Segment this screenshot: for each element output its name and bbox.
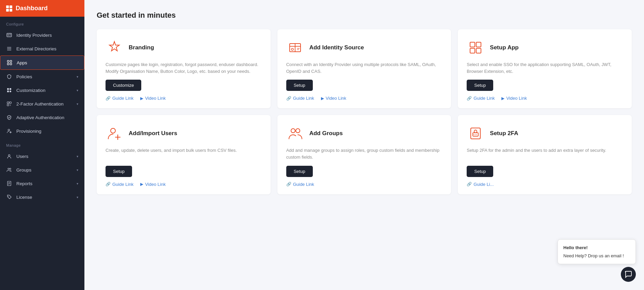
page-title: Get started in minutes bbox=[97, 11, 632, 20]
svg-point-33 bbox=[291, 48, 293, 50]
sidebar-item-provisioning[interactable]: Provisioning bbox=[0, 124, 84, 138]
svg-rect-12 bbox=[10, 88, 11, 90]
card-add-groups-title: Add Groups bbox=[309, 130, 343, 137]
cards-grid: Branding Customize pages like login, reg… bbox=[97, 29, 632, 194]
card-setup-app-desc: Select and enable SSO for the applicatio… bbox=[467, 61, 623, 75]
sidebar-item-apps[interactable]: Apps bbox=[0, 55, 84, 70]
sidebar-item-customization[interactable]: Customization ▾ bbox=[0, 83, 84, 97]
svg-point-14 bbox=[10, 91, 11, 92]
svg-rect-9 bbox=[7, 63, 9, 65]
sidebar-item-users[interactable]: Users ▾ bbox=[0, 149, 84, 163]
svg-rect-8 bbox=[10, 61, 12, 62]
identity-source-setup-button[interactable]: Setup bbox=[286, 80, 313, 91]
card-setup-2fa-desc: Setup 2FA for the admin and the users to… bbox=[467, 147, 623, 161]
svg-point-19 bbox=[8, 129, 10, 131]
svg-point-47 bbox=[474, 130, 477, 133]
branding-video-link[interactable]: ▶ Video Link bbox=[140, 96, 165, 101]
svg-rect-11 bbox=[7, 88, 9, 90]
sidebar-item-adaptive-auth[interactable]: Adaptive Authentication bbox=[0, 111, 84, 124]
sidebar-item-label: External Directories bbox=[16, 46, 57, 51]
sidebar-item-label: Groups bbox=[16, 167, 31, 173]
add-users-icon bbox=[106, 125, 123, 142]
add-groups-guide-link[interactable]: 🔗 Guide Link bbox=[286, 182, 314, 187]
svg-rect-10 bbox=[10, 63, 12, 65]
card-users-header: Add/Import Users bbox=[106, 125, 262, 142]
card-add-groups-desc: Add and manage groups to assign roles, g… bbox=[286, 147, 442, 161]
sidebar-item-label: Policies bbox=[16, 74, 32, 79]
sidebar-item-reports[interactable]: Reports ▾ bbox=[0, 177, 84, 190]
external-link-icon: 🔗 bbox=[286, 96, 291, 101]
sidebar-item-label: Identity Providers bbox=[16, 33, 52, 38]
card-identity-source-links: 🔗 Guide Link ▶ Video Link bbox=[286, 96, 442, 101]
chevron-down-icon: ▾ bbox=[77, 168, 78, 172]
tag-icon bbox=[6, 194, 12, 200]
brand-label: Dashboard bbox=[16, 5, 48, 12]
card-2fa-header: Setup 2FA bbox=[467, 125, 623, 142]
add-groups-setup-button[interactable]: Setup bbox=[286, 166, 313, 177]
svg-rect-7 bbox=[7, 61, 9, 62]
setup-2fa-icon bbox=[467, 125, 484, 142]
play-icon: ▶ bbox=[140, 182, 143, 187]
play-icon: ▶ bbox=[321, 96, 324, 101]
setup-app-button[interactable]: Setup bbox=[467, 80, 493, 91]
card-identity-source-desc: Connect with an Identity Provider using … bbox=[286, 61, 442, 75]
svg-rect-45 bbox=[471, 128, 480, 139]
svg-rect-13 bbox=[7, 91, 9, 92]
identity-source-guide-link[interactable]: 🔗 Guide Link bbox=[286, 96, 314, 101]
sidebar-item-policies[interactable]: Policies ▾ bbox=[0, 70, 84, 83]
chevron-down-icon: ▾ bbox=[77, 75, 78, 79]
svg-point-44 bbox=[296, 129, 300, 133]
card-branding-links: 🔗 Guide Link ▶ Video Link bbox=[106, 96, 262, 101]
svg-point-1 bbox=[8, 34, 9, 35]
sidebar-item-label: Users bbox=[16, 154, 28, 159]
branding-guide-link[interactable]: 🔗 Guide Link bbox=[106, 96, 133, 101]
branding-icon bbox=[106, 39, 123, 57]
identity-source-video-link[interactable]: ▶ Video Link bbox=[321, 96, 346, 101]
add-users-video-link[interactable]: ▶ Video Link bbox=[140, 182, 165, 187]
section-manage: Manage bbox=[0, 138, 84, 149]
svg-point-22 bbox=[9, 155, 10, 156]
hash-icon: 3 bbox=[6, 101, 12, 107]
external-link-icon: 🔗 bbox=[467, 96, 472, 101]
svg-rect-15 bbox=[7, 102, 9, 103]
sidebar: Dashboard Configure Identity Providers E… bbox=[0, 0, 84, 290]
branding-customize-button[interactable]: Customize bbox=[106, 80, 141, 91]
setup-2fa-guide-link[interactable]: 🔗 Guide Li... bbox=[467, 182, 494, 187]
sidebar-item-identity-providers[interactable]: Identity Providers bbox=[0, 28, 84, 42]
external-link-icon: 🔗 bbox=[286, 182, 291, 187]
svg-rect-17 bbox=[7, 104, 9, 106]
people-icon bbox=[6, 167, 12, 173]
dashboard-icon bbox=[6, 5, 12, 12]
add-users-setup-button[interactable]: Setup bbox=[106, 166, 132, 177]
sidebar-brand[interactable]: Dashboard bbox=[0, 0, 84, 17]
sidebar-item-license[interactable]: License ▾ bbox=[0, 190, 84, 204]
add-users-guide-link[interactable]: 🔗 Guide Link bbox=[106, 182, 133, 187]
sidebar-item-external-directories[interactable]: External Directories bbox=[0, 42, 84, 55]
chat-open-button[interactable] bbox=[621, 267, 636, 282]
setup-2fa-button[interactable]: Setup bbox=[467, 166, 493, 177]
chevron-down-icon: ▾ bbox=[77, 182, 78, 186]
card-setup-app-title: Setup App bbox=[490, 44, 518, 51]
card-add-users-links: 🔗 Guide Link ▶ Video Link bbox=[106, 182, 262, 187]
person-icon bbox=[6, 153, 12, 159]
chevron-down-icon: ▾ bbox=[77, 88, 78, 92]
card-add-groups: Add Groups Add and manage groups to assi… bbox=[277, 115, 451, 194]
sidebar-item-groups[interactable]: Groups ▾ bbox=[0, 163, 84, 177]
setup-app-guide-link[interactable]: 🔗 Guide Link bbox=[467, 96, 495, 101]
sidebar-item-label: 2-Factor Authentication bbox=[16, 101, 64, 107]
chat-message: Need Help? Drop us an email ! bbox=[563, 253, 630, 259]
sidebar-item-label: License bbox=[16, 195, 32, 200]
play-icon: ▶ bbox=[501, 96, 504, 101]
external-link-icon: 🔗 bbox=[467, 182, 472, 187]
sidebar-item-2fa[interactable]: 3 2-Factor Authentication ▾ bbox=[0, 97, 84, 111]
identity-source-icon bbox=[286, 39, 304, 57]
chat-widget: Hello there! Need Help? Drop us an email… bbox=[558, 239, 636, 282]
svg-point-24 bbox=[10, 168, 11, 170]
card-setup-app-header: Setup App bbox=[467, 39, 623, 57]
card-branding-header: Branding bbox=[106, 39, 262, 57]
chevron-down-icon: ▾ bbox=[77, 102, 78, 106]
sidebar-item-label: Reports bbox=[16, 181, 32, 186]
card-add-import-users: Add/Import Users Create, update, delete … bbox=[97, 115, 271, 194]
setup-app-video-link[interactable]: ▶ Video Link bbox=[501, 96, 527, 101]
chat-popup: Hello there! Need Help? Drop us an email… bbox=[558, 239, 636, 264]
